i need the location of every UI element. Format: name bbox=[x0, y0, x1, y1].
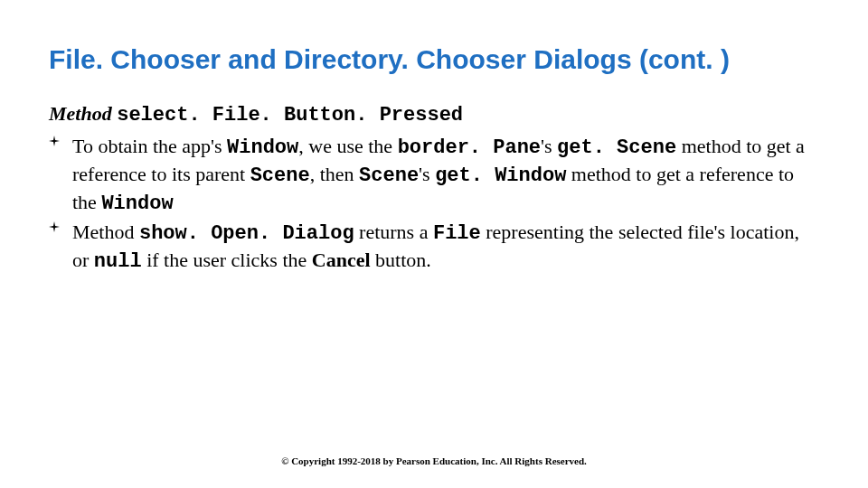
text-run: get. Scene bbox=[557, 136, 676, 159]
text-run: , then bbox=[310, 163, 359, 185]
text-run: Cancel bbox=[312, 249, 371, 271]
method-subheading: Method select. File. Button. Pressed bbox=[49, 101, 819, 129]
text-run: border. Pane bbox=[398, 136, 541, 159]
text-run: File bbox=[433, 222, 481, 245]
text-run: 's bbox=[541, 135, 557, 157]
bullet-glyph-icon bbox=[49, 221, 60, 236]
text-run: button. bbox=[371, 249, 431, 271]
slide: File. Chooser and Directory. Chooser Dia… bbox=[0, 0, 868, 488]
text-run: Window bbox=[101, 192, 173, 215]
list-item: To obtain the app's Window, we use the b… bbox=[49, 133, 819, 217]
text-run: Window bbox=[227, 136, 298, 159]
text-run: show. Open. Dialog bbox=[139, 222, 354, 245]
text-run: returns a bbox=[354, 221, 433, 243]
text-run: null bbox=[94, 250, 142, 273]
subheading-prefix: Method bbox=[49, 102, 117, 125]
bullet-glyph-icon bbox=[49, 135, 60, 150]
text-run: Scene bbox=[250, 164, 310, 187]
text-run: get. Window bbox=[435, 164, 566, 187]
text-run: Scene bbox=[359, 164, 419, 187]
text-run: Method bbox=[72, 221, 139, 243]
text-run: To obtain the app's bbox=[72, 135, 227, 157]
text-run: , we use the bbox=[298, 135, 397, 157]
slide-title: File. Chooser and Directory. Chooser Dia… bbox=[49, 43, 819, 76]
list-item: Method show. Open. Dialog returns a File… bbox=[49, 219, 819, 275]
text-run: 's bbox=[419, 163, 435, 185]
subheading-method: select. File. Button. Pressed bbox=[117, 104, 463, 127]
copyright-footer: © Copyright 1992-2018 by Pearson Educati… bbox=[0, 455, 868, 466]
bullet-list: To obtain the app's Window, we use the b… bbox=[49, 133, 819, 275]
text-run: if the user clicks the bbox=[142, 249, 312, 271]
